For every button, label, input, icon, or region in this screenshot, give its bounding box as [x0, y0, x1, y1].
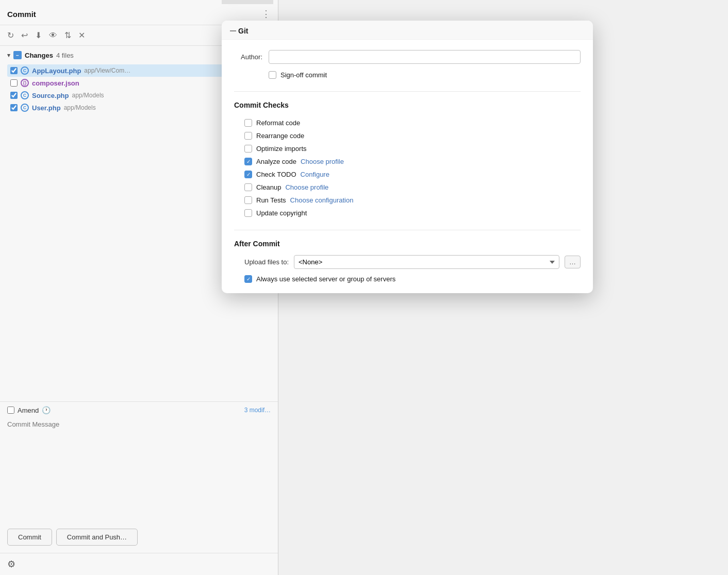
panel-title: Commit — [7, 10, 36, 19]
runtests-label: Run Tests — [256, 196, 286, 204]
runtests-choose-config-link[interactable]: Choose configuration — [290, 196, 354, 204]
author-input[interactable] — [269, 50, 581, 64]
file-path-user: app/Models — [64, 104, 96, 111]
dialog-titlebar: Git — [222, 21, 593, 40]
signoff-label: Sign-off commit — [280, 71, 327, 79]
always-use-label: Always use selected server or group of s… — [256, 275, 395, 283]
signoff-row: Sign-off commit — [269, 71, 581, 79]
upload-select[interactable]: <None> — [294, 255, 559, 269]
copyright-checkbox[interactable] — [244, 209, 252, 217]
upload-row: Upload files to: <None> … — [234, 255, 581, 269]
gear-icon[interactable]: ⚙ — [7, 559, 15, 570]
dialog-minimize-bar — [230, 30, 236, 31]
file-type-icon-json: {} — [21, 79, 29, 87]
analyze-checkbox[interactable]: ✓ — [244, 158, 252, 165]
refresh-icon[interactable]: ↻ — [7, 30, 14, 40]
commit-message-container — [0, 418, 278, 521]
clock-icon: 🕐 — [42, 406, 51, 414]
commit-checks-title: Commit Checks — [234, 101, 581, 109]
after-commit-title: After Commit — [234, 240, 581, 248]
check-item-todo: ✓ Check TODO Configure — [234, 168, 581, 181]
file-checkbox-applayout[interactable] — [10, 67, 18, 74]
amend-left: Amend 🕐 — [7, 406, 51, 414]
file-type-icon-php: C — [21, 104, 29, 112]
cleanup-checkbox[interactable] — [244, 183, 252, 191]
file-name-source: Source.php — [32, 92, 69, 99]
changes-label: Changes — [25, 52, 53, 59]
file-path-applayout: app/View/Com… — [84, 67, 130, 74]
author-label: Author: — [234, 53, 262, 61]
file-name-applayout: AppLayout.php — [32, 67, 81, 75]
check-item-runtests: Run Tests Choose configuration — [234, 194, 581, 207]
dialog-title: Git — [238, 27, 248, 35]
commit-message-input[interactable] — [7, 420, 271, 513]
rearrange-label: Rearrange code — [256, 132, 304, 140]
reformat-checkbox[interactable] — [244, 119, 252, 127]
action-buttons: Commit Commit and Push… — [0, 521, 278, 553]
minimize-bar — [222, 0, 273, 4]
amend-checkbox[interactable] — [7, 407, 14, 414]
changes-count: 4 files — [56, 52, 74, 59]
cleanup-label: Cleanup — [256, 183, 281, 191]
download-icon[interactable]: ⬇ — [35, 30, 42, 40]
amend-row: Amend 🕐 3 modif… — [0, 402, 278, 418]
commit-push-button[interactable]: Commit and Push… — [56, 529, 138, 546]
sort-icon[interactable]: ⇅ — [64, 30, 71, 40]
dialog-content: Author: Sign-off commit Commit Checks Re… — [222, 40, 593, 293]
divider2 — [234, 230, 581, 230]
always-use-checkbox[interactable]: ✓ — [244, 275, 252, 283]
author-row: Author: — [234, 50, 581, 64]
always-use-row: ✓ Always use selected server or group of… — [234, 275, 581, 283]
file-name-composer: composer.json — [32, 79, 79, 87]
reformat-label: Reformat code — [256, 119, 300, 127]
todo-checkbox[interactable]: ✓ — [244, 171, 252, 178]
file-type-icon-php: C — [21, 91, 29, 99]
signoff-checkbox[interactable] — [269, 71, 276, 79]
bottom-bar: Amend 🕐 3 modif… Commit Commit and Push…… — [0, 401, 278, 575]
check-item-analyze: ✓ Analyze code Choose profile — [234, 155, 581, 168]
changes-icon: − — [13, 51, 22, 59]
upload-more-button[interactable]: … — [565, 256, 581, 268]
file-path-source: app/Models — [72, 92, 104, 99]
close-icon[interactable]: ✕ — [78, 30, 85, 40]
after-commit-section: After Commit Upload files to: <None> … ✓… — [234, 240, 581, 283]
upload-label: Upload files to: — [244, 258, 289, 266]
commit-checks-section: Commit Checks Reformat code Rearrange co… — [234, 101, 581, 219]
check-item-cleanup: Cleanup Choose profile — [234, 181, 581, 194]
collapse-arrow-icon[interactable]: ▾ — [7, 52, 10, 59]
analyze-label: Analyze code — [256, 158, 296, 165]
rearrange-checkbox[interactable] — [244, 132, 252, 140]
undo-icon[interactable]: ↩ — [21, 30, 28, 40]
cleanup-choose-profile-link[interactable]: Choose profile — [285, 183, 328, 191]
divider — [234, 91, 581, 92]
analyze-choose-profile-link[interactable]: Choose profile — [301, 158, 344, 165]
eye-icon[interactable]: 👁 — [49, 31, 57, 40]
modified-text: 3 modif… — [244, 407, 271, 414]
todo-label: Check TODO — [256, 171, 296, 178]
file-checkbox-source[interactable] — [10, 92, 18, 99]
todo-configure-link[interactable]: Configure — [301, 171, 329, 178]
file-checkbox-user[interactable] — [10, 104, 18, 111]
file-type-icon-php: C — [21, 66, 29, 75]
check-item-copyright: Update copyright — [234, 207, 581, 219]
runtests-checkbox[interactable] — [244, 196, 252, 204]
optimize-label: Optimize imports — [256, 145, 307, 153]
file-name-user: User.php — [32, 104, 61, 112]
commit-button[interactable]: Commit — [7, 529, 52, 546]
optimize-checkbox[interactable] — [244, 145, 252, 153]
gear-row: ⚙ — [0, 553, 278, 575]
git-dialog: Git Author: Sign-off commit Commit Check… — [222, 21, 593, 293]
copyright-label: Update copyright — [256, 209, 307, 217]
file-checkbox-composer[interactable] — [10, 79, 18, 87]
check-item-optimize: Optimize imports — [234, 142, 581, 155]
panel-menu-button[interactable]: ⋮ — [261, 8, 271, 20]
amend-label: Amend — [18, 407, 39, 414]
check-item-reformat: Reformat code — [234, 116, 581, 129]
check-item-rearrange: Rearrange code — [234, 129, 581, 142]
